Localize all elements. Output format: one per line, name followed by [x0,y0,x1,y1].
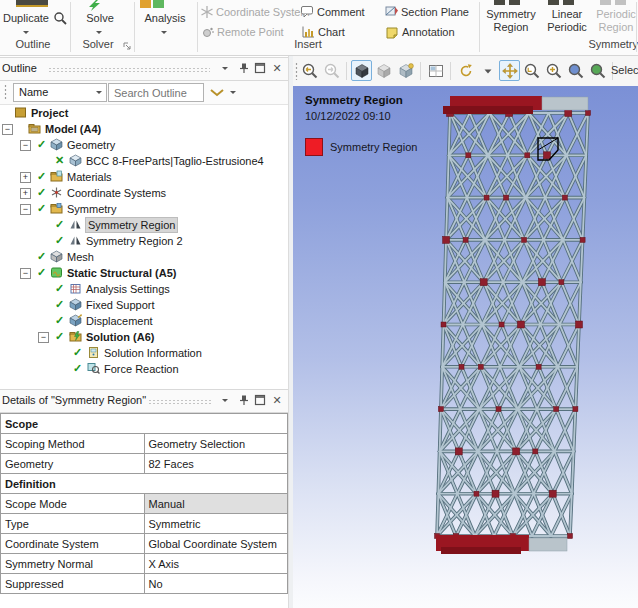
model-canvas[interactable] [293,86,638,608]
tree-expander-icon[interactable]: + [20,188,31,199]
tree-expander-icon[interactable]: − [38,332,49,343]
expand-collapse-icon[interactable] [209,88,225,98]
close-icon[interactable]: ✕ [270,62,284,76]
annotation-button[interactable]: Annotation [402,26,455,38]
details-pin-icon[interactable] [238,394,252,408]
symregion-icon [69,218,82,231]
chart-button[interactable]: Chart [318,26,345,38]
tree-item-symmetry-region-2[interactable]: ✓Symmetry Region 2 [0,233,288,249]
section-plane-button[interactable]: Section Plane [401,6,469,18]
symmetry-region-icon2 [509,0,520,5]
rotate-icon[interactable] [455,60,476,81]
duplicate-dropdown-caret[interactable] [23,31,29,37]
graphics-viewport[interactable]: Symmetry Region 10/12/2022 09:10 Symmetr… [293,86,638,608]
details-value[interactable]: X Axis [144,554,288,574]
details-maximize-icon[interactable] [254,394,268,408]
tree-expander-icon[interactable]: − [20,268,31,279]
details-row: Geometry82 Faces [1,454,288,474]
select-mode-label[interactable]: Select [611,64,638,76]
filter-type-select[interactable]: Name [13,83,107,102]
details-value[interactable]: Global Coordinate System [144,534,288,554]
pin-icon[interactable] [238,62,252,76]
view-manage-icon[interactable] [395,60,416,81]
tree-item-solution-a6[interactable]: −✓Solution (A6) [0,329,288,345]
analysis-button[interactable]: Analysis [136,12,194,24]
outline-panel-header: Outline ✕ [0,57,288,81]
tree-expander-icon[interactable]: − [20,204,31,215]
tree-item-symmetry[interactable]: −✓Symmetry [0,201,288,217]
linear-periodic-button[interactable]: Linear Periodic [541,8,593,34]
pan-icon[interactable] [499,60,520,81]
search-box[interactable] [108,83,204,102]
section-plane-icon [384,4,398,18]
tree-item-analysis-settings[interactable]: ✓Analysis Settings [0,281,288,297]
symmetry-region-button[interactable]: Symmetry Region [482,8,540,34]
tree-item-symmetry-region[interactable]: ✓Symmetry Region [0,217,288,233]
details-value[interactable]: 82 Faces [144,454,288,474]
toolbar-separator [346,62,347,80]
tree-expander-icon[interactable]: − [2,124,13,135]
viewport-layout-icon[interactable] [425,60,446,81]
solution-icon [69,330,82,343]
periodic-region-button[interactable]: Periodic Region [593,8,638,34]
periodic-region-icon2 [615,0,626,5]
tree-item-fixed-support[interactable]: ✓Fixed Support [0,297,288,313]
tree-item-force-reaction[interactable]: ✓Force Reaction [0,361,288,377]
details-close-icon[interactable]: ✕ [270,394,284,408]
details-value[interactable]: Symmetric [144,514,288,534]
comment-icon [300,4,314,18]
outline-tree: Project−Model (A4)−✓Geometry✕BCC 8-FreeP… [0,105,288,388]
toolbar-grip[interactable] [3,84,8,101]
coordinate-system-button[interactable]: Coordinate System [216,6,310,18]
tree-item-geometry[interactable]: −✓Geometry [0,137,288,153]
tree-item-model-a4[interactable]: −Model (A4) [0,121,288,137]
details-value[interactable]: Geometry Selection [144,434,288,454]
duplicate-button[interactable]: Duplicate [0,12,52,24]
tree-expander-icon[interactable]: − [20,140,31,151]
annotation-icon [385,25,399,39]
tree-item-solution-information[interactable]: ✓Solution Information [0,345,288,361]
solver-dialog-launcher-icon[interactable] [122,41,132,51]
zoom-fit-icon[interactable] [565,60,586,81]
zoom-all-icon[interactable] [587,60,608,81]
details-value[interactable]: Manual [144,494,288,514]
tree-item-static-structural-a5[interactable]: −✓Static Structural (A5) [0,265,288,281]
details-row: Coordinate SystemGlobal Coordinate Syste… [1,534,288,554]
zoom-redo-icon[interactable] [321,60,342,81]
analysis-dropdown-caret[interactable] [161,31,167,37]
details-row: Scope ModeManual [1,494,288,514]
search-input[interactable] [109,84,210,101]
outline-menu-caret[interactable] [222,67,228,73]
tree-item-coordinate-systems[interactable]: +✓Coordinate Systems [0,185,288,201]
status-check-icon: ✓ [55,314,64,327]
linear-periodic-icon2 [563,0,574,5]
toolbar-more-caret[interactable] [230,91,236,97]
tree-item-bcc-8-freeparts-taglio-estrusione4[interactable]: ✕BCC 8-FreeParts|Taglio-Estrusione4 [0,153,288,169]
tree-item-displacement[interactable]: ✓Displacement [0,313,288,329]
comment-button[interactable]: Comment [317,6,365,18]
remote-point-button[interactable]: Remote Point [217,26,284,38]
zoom-undo-icon[interactable] [299,60,320,81]
tree-expander-icon[interactable]: + [20,172,31,183]
solve-dropdown-caret[interactable] [96,31,102,37]
maximize-icon[interactable] [254,62,268,76]
view-iso-icon[interactable] [351,60,372,81]
zoom-in-icon[interactable] [543,60,564,81]
search-icon[interactable] [53,11,67,25]
status-check-icon: ✓ [55,218,64,231]
details-value[interactable]: No [144,574,288,594]
tree-item-materials[interactable]: +✓Materials [0,169,288,185]
status-check-icon: ✓ [37,250,46,263]
details-menu-caret[interactable] [222,399,228,405]
solve-lightning-icon [88,0,102,11]
outline-panel-title: Outline [2,62,37,74]
dropdown-caret-icon[interactable] [477,60,498,81]
tree-item-project[interactable]: Project [0,105,288,121]
tree-item-mesh[interactable]: ✓Mesh [0,249,288,265]
zoom-box-icon[interactable] [521,60,542,81]
view-light-icon[interactable] [373,60,394,81]
solve-button[interactable]: Solve [76,12,124,24]
periodic-region-icon [600,0,611,5]
project-icon [14,106,27,119]
support-icon [69,298,82,311]
